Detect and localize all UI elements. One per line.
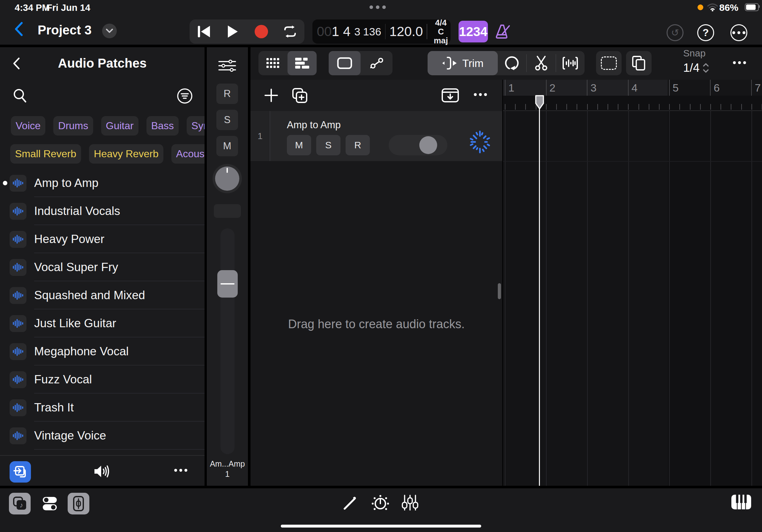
sidebar-more-icon[interactable]: [174, 469, 187, 472]
patch-row[interactable]: Industrial Vocals: [0, 197, 204, 225]
tracks-view-button[interactable]: [287, 51, 317, 75]
lcd-display[interactable]: 00 1 4 3 136 120.0 4/4 C maj: [312, 20, 451, 44]
patch-row[interactable]: Vintage Voice: [0, 422, 204, 450]
track-volume-slider[interactable]: [389, 135, 447, 155]
loop-icon: [505, 56, 519, 71]
back-chevron-icon[interactable]: [14, 22, 23, 36]
browser-button[interactable]: ♪: [9, 493, 31, 514]
plugins-knob-icon[interactable]: [371, 494, 389, 512]
lcd-time-signature: 4/4: [431, 18, 451, 27]
pencil-tool-icon[interactable]: [342, 495, 359, 511]
track-solo-button[interactable]: S: [316, 135, 341, 155]
patch-row[interactable]: Just Like Guitar: [0, 309, 204, 337]
patch-row[interactable]: Megaphone Vocal: [0, 337, 204, 366]
add-track-button[interactable]: [264, 88, 278, 103]
search-icon[interactable]: [13, 88, 27, 103]
volume-fader-handle[interactable]: [217, 270, 238, 298]
count-in-button[interactable]: 1234: [459, 21, 488, 42]
speaker-icon[interactable]: [93, 464, 111, 479]
duplicate-track-button[interactable]: [291, 87, 308, 104]
patch-row[interactable]: Squashed and Mixed: [0, 281, 204, 309]
mixer-icon[interactable]: [402, 494, 419, 511]
wifi-icon: [707, 3, 718, 12]
knob-tick: [227, 168, 228, 173]
chip-synth[interactable]: Synth: [187, 116, 204, 136]
split-tool-button[interactable]: [527, 51, 555, 75]
patch-row[interactable]: Fuzz Vocal: [0, 366, 204, 394]
track-record-button[interactable]: R: [345, 135, 370, 155]
bar-number: 4: [628, 80, 669, 96]
snap-value-control[interactable]: 1/4: [683, 61, 709, 75]
chip-voice[interactable]: Voice: [11, 116, 45, 136]
grid-view-button[interactable]: [259, 51, 287, 75]
metronome-button[interactable]: [495, 23, 512, 40]
chip-acoustic[interactable]: Acoustic: [171, 144, 204, 164]
strip-settings-icon[interactable]: [217, 59, 237, 73]
play-button[interactable]: [221, 21, 244, 43]
bar-number: 5: [669, 80, 710, 96]
more-options-button[interactable]: [730, 24, 747, 41]
patch-row[interactable]: Heavy Power: [0, 225, 204, 253]
help-icon: ?: [703, 27, 709, 38]
controls-button[interactable]: [39, 493, 61, 514]
track-header-row[interactable]: 1 Amp to Amp M S R: [251, 111, 502, 161]
paste-button[interactable]: [626, 51, 651, 75]
track-mute-button[interactable]: M: [287, 135, 311, 155]
bar-number: 6: [710, 80, 751, 96]
filter-chip-row-2: Small Reverb Heavy Reverb Acoustic: [10, 144, 204, 164]
bar-grid-line: [751, 111, 752, 486]
home-indicator[interactable]: [281, 525, 481, 528]
keyboard-icon[interactable]: [731, 494, 752, 511]
timeline-more-icon[interactable]: [733, 61, 746, 64]
hide-track-headers-button[interactable]: [441, 88, 459, 103]
multitasking-handle-icon[interactable]: [369, 5, 386, 9]
selected-dot-icon: [3, 181, 7, 185]
bottom-toolbar: ♪: [0, 488, 762, 532]
channel-strip-view-button[interactable]: [68, 493, 89, 514]
chevron-up-down-icon: [703, 62, 709, 73]
trim-tool-button[interactable]: Trim: [427, 51, 498, 75]
chip-heavy-reverb[interactable]: Heavy Reverb: [89, 144, 163, 164]
marquee-select-button[interactable]: [596, 51, 622, 75]
lcd-division: 3: [354, 26, 360, 38]
chip-small-reverb[interactable]: Small Reverb: [10, 144, 81, 164]
battery-icon: [745, 3, 759, 11]
pan-knob[interactable]: [215, 166, 239, 191]
cycle-button[interactable]: [279, 21, 301, 43]
bar-ruler[interactable]: 1 2 3 4 5 6 7: [503, 80, 762, 96]
chip-drums[interactable]: Drums: [53, 116, 93, 136]
patch-row[interactable]: Trash It: [0, 394, 204, 422]
filter-icon[interactable]: [177, 88, 193, 104]
chip-bass[interactable]: Bass: [146, 116, 179, 136]
region-select-button[interactable]: [329, 51, 360, 75]
patch-name: Heavy Power: [34, 233, 104, 246]
timeline-area[interactable]: 1 2 3 4 5 6 7: [503, 80, 762, 486]
strip-record-button[interactable]: R: [216, 84, 238, 104]
snap-label: Snap: [683, 48, 706, 59]
gain-tool-button[interactable]: [556, 51, 584, 75]
strip-mute-button[interactable]: M: [216, 136, 238, 156]
patch-row[interactable]: Vocal Super Fry: [0, 253, 204, 281]
strip-solo-button[interactable]: S: [216, 110, 238, 130]
playhead-handle[interactable]: [534, 95, 545, 110]
track-panel-more-icon[interactable]: [474, 93, 487, 96]
apply-patch-button[interactable]: [10, 461, 31, 483]
waveform-icon: [10, 175, 27, 192]
go-to-beginning-button[interactable]: [193, 21, 215, 43]
count-in-label: 1234: [459, 25, 488, 39]
strip-track-label-line1: Am...Amp: [207, 459, 248, 469]
loop-tool-button[interactable]: [498, 51, 526, 75]
lcd-tempo: 120.0: [389, 24, 423, 39]
automation-button[interactable]: [360, 51, 393, 75]
patch-row-selected[interactable]: Amp to Amp: [0, 169, 204, 197]
sidebar-footer-divider: [0, 455, 204, 456]
waveform-icon: [10, 231, 27, 248]
record-button[interactable]: [250, 21, 272, 43]
help-button[interactable]: ?: [697, 24, 714, 41]
volume-fader-track[interactable]: [220, 229, 235, 454]
project-menu-button[interactable]: [102, 24, 117, 38]
project-title[interactable]: Project 3: [38, 23, 92, 37]
vertical-scrollbar[interactable]: [498, 283, 501, 299]
patch-name: Fuzz Vocal: [34, 373, 92, 386]
chip-guitar[interactable]: Guitar: [101, 116, 138, 136]
